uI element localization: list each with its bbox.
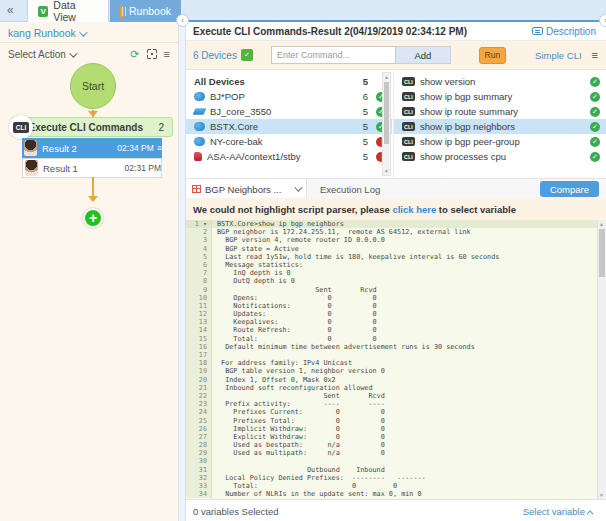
tab-data-view[interactable]: V Data View — [27, 0, 109, 22]
code-line: 17 — [186, 351, 606, 359]
device-row[interactable]: BJ_core_35505✓ — [186, 104, 392, 119]
command-row[interactable]: CLIshow processes cpu✓ — [394, 149, 606, 164]
command-row[interactable]: CLIshow ip bgp summary✓ — [394, 89, 606, 104]
status-success-icon: ✓ — [590, 122, 600, 132]
command-row[interactable]: CLIshow ip route summary✓ — [394, 104, 606, 119]
code-text: For address family: IPv4 Unicast — [212, 359, 352, 367]
menu-icon[interactable]: ≡ — [164, 48, 170, 60]
line-number: 27 — [186, 433, 212, 441]
add-step-button[interactable]: + — [83, 208, 103, 228]
command-row[interactable]: CLIshow version✓ — [394, 74, 606, 89]
code-text: BGP state = Active — [212, 245, 299, 253]
flow-start-node[interactable]: Start — [70, 63, 116, 109]
result-row[interactable]: Result 102:31 PM — [22, 158, 162, 178]
collapse-left-panel-button[interactable]: ‹ — [176, 14, 189, 27]
line-number: 3 — [186, 236, 212, 244]
scrollbar-thumb[interactable] — [384, 82, 389, 144]
scroll-up-icon[interactable]: ▲ — [599, 221, 604, 227]
code-line: 32 Local Policy Denied Prefixes: -------… — [186, 474, 606, 482]
scroll-down-icon[interactable]: ▼ — [384, 168, 389, 174]
code-text: Notifications: 0 0 — [212, 302, 377, 310]
code-text: Updates: 0 0 — [212, 310, 377, 318]
code-scrollbar[interactable]: ▲ ▼ — [597, 220, 606, 499]
status-success-icon: ✓ — [590, 152, 600, 162]
line-number: 15 — [186, 335, 212, 343]
code-line: 21 Inbound soft reconfiguration allowed — [186, 384, 606, 392]
line-number: 22 — [186, 392, 212, 400]
run-button[interactable]: Run — [479, 47, 506, 64]
device-list-scrollbar[interactable]: ▲ ▼ — [382, 72, 391, 176]
scroll-down-icon[interactable]: ▼ — [599, 492, 604, 498]
code-line: 27 Explicit Withdraw: 0 0 — [186, 433, 606, 441]
cli-badge-icon: CLI — [402, 152, 415, 161]
code-text: InQ depth is 0 — [212, 269, 291, 277]
cli-badge: CLI — [9, 115, 33, 139]
result-menu-icon[interactable]: ≡ — [157, 143, 162, 153]
device-row[interactable]: ASA-AA/context1/stby5 — [186, 149, 392, 164]
select-action-dropdown[interactable]: Select Action — [8, 49, 75, 60]
collapse-panel-icon[interactable]: « — [7, 3, 14, 17]
chevron-up-icon — [587, 510, 594, 517]
add-command-button[interactable]: Add — [396, 46, 451, 64]
switch-icon — [193, 108, 207, 114]
scroll-up-icon[interactable]: ▲ — [384, 74, 389, 80]
cli-badge-icon: CLI — [402, 107, 415, 116]
line-number: 14 — [186, 326, 212, 334]
line-number: 4 — [186, 245, 212, 253]
code-line: 34 Number of NLRIs in the update sent: m… — [186, 490, 606, 498]
command-name: show version — [420, 76, 590, 87]
code-line: 23 Prefix activity: ---- ---- — [186, 400, 606, 408]
device-row[interactable]: NY-core-bak5 — [186, 134, 392, 149]
tab-runbook[interactable]: Runbook — [110, 0, 181, 22]
device-count: 5 — [350, 136, 368, 147]
line-number: 10 — [186, 294, 212, 302]
line-number: 12 — [186, 310, 212, 318]
code-text: Sent Rcvd — [212, 286, 377, 294]
device-row[interactable]: BJ*POP6✓ — [186, 89, 392, 104]
simple-cli-link[interactable]: Simple CLI — [535, 50, 581, 61]
device-row[interactable]: BSTX.Core5✓ — [186, 119, 392, 134]
tab-bgp-neighbors[interactable]: BGP Neighbors ... — [186, 179, 307, 199]
code-text: Default minimum time between advertiseme… — [212, 343, 475, 351]
collapse-caret-icon[interactable]: ▾ — [203, 220, 207, 228]
chevron-down-icon — [79, 28, 87, 36]
runbook-icon — [120, 6, 124, 17]
description-link[interactable]: Description — [532, 26, 606, 37]
command-input[interactable] — [271, 46, 396, 64]
line-number: 31 — [186, 466, 212, 474]
scrollbar-thumb[interactable] — [599, 229, 605, 277]
code-text: BSTX.Core>show ip bgp neighbors — [212, 220, 344, 228]
tab-execution-log[interactable]: Execution Log — [320, 179, 380, 199]
user-avatar — [25, 160, 38, 176]
fit-screen-icon[interactable] — [147, 49, 157, 59]
code-line: 33 Total: 0 0 — [186, 482, 606, 490]
runbook-title-dropdown[interactable]: kang Runbook — [8, 27, 85, 39]
result-row[interactable]: Result 202:34 PM≡ — [22, 138, 162, 158]
devices-check-dropdown-icon[interactable]: ✓ — [241, 49, 253, 61]
compare-button[interactable]: Compare — [540, 181, 599, 197]
expand-right-panel-button[interactable]: › — [599, 14, 606, 27]
app-window: « V Data View Runbook kang Runbook Selec… — [0, 0, 606, 521]
toolbar-menu-icon[interactable]: ≡ — [592, 49, 598, 61]
click-here-link[interactable]: click here — [392, 204, 436, 215]
line-number: 29 — [186, 449, 212, 457]
select-variable-link[interactable]: Select variable — [523, 506, 606, 517]
command-row[interactable]: CLIshow ip bgp peer-group✓ — [394, 134, 606, 149]
chevron-down-icon[interactable] — [294, 183, 302, 191]
flow-node-label: Execute CLI Commands — [13, 122, 158, 133]
devices-dropdown[interactable]: 6 Devices — [193, 50, 237, 61]
panel-splitter[interactable] — [178, 22, 186, 521]
code-text: OutQ depth is 0 — [212, 277, 295, 285]
command-row[interactable]: CLIshow ip bgp neighbors✓ — [394, 119, 606, 134]
code-line: 25 Prefixes Total: 0 0 — [186, 417, 606, 425]
line-number: 32 — [186, 474, 212, 482]
code-line: 31 Outbound Inbound — [186, 466, 606, 474]
flow-node-execute-cli-commands[interactable]: Execute CLI Commands 2 — [12, 117, 173, 137]
code-line: 1 ▾BSTX.Core>show ip bgp neighbors — [186, 220, 606, 228]
refresh-icon[interactable]: ⟳ — [130, 49, 139, 60]
line-number: 9 — [186, 286, 212, 294]
cli-output-area[interactable]: 1 ▾BSTX.Core>show ip bgp neighbors2BGP n… — [186, 220, 606, 499]
result-panel: Execute CLI Commands-Result 2(04/19/2019… — [186, 20, 606, 521]
chevron-down-icon — [69, 49, 77, 57]
code-line: 6 Message statistics: — [186, 261, 606, 269]
